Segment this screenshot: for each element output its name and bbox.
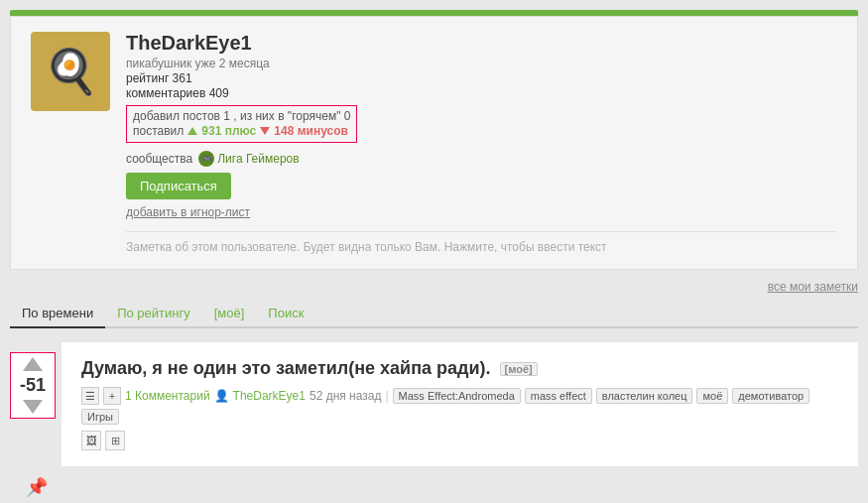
minus-count: 148 минусов: [274, 124, 348, 138]
tag-vlastelin[interactable]: властелин колец: [596, 388, 693, 404]
rating-label: рейтинг: [126, 71, 169, 85]
profile-info: TheDarkEye1 пикабушник уже 2 месяца рейт…: [126, 32, 837, 254]
tag-demotivator[interactable]: демотиватор: [732, 388, 809, 404]
tab-by-time[interactable]: По времени: [10, 300, 105, 328]
post-actions: 🖼 ⊞: [81, 431, 838, 450]
tag-mass-effect-andromeda[interactable]: Mass Effect:Andromeda: [393, 388, 521, 404]
post-card: Думаю, я не один это заметил(не хайпа ра…: [62, 342, 858, 466]
comments-link[interactable]: 1 Комментарий: [125, 389, 210, 403]
subscribe-button[interactable]: Подписаться: [126, 173, 231, 199]
time-ago: 52 дня назад: [310, 389, 382, 403]
post-title: Думаю, я не один это заметил(не хайпа ра…: [81, 358, 838, 379]
stats-line1: добавил постов 1 , из них в "горячем" 0: [133, 109, 350, 123]
stats-row-posts: добавил постов 1 , из них в "горячем" 0: [133, 109, 350, 123]
tab-moe[interactable]: [моё]: [202, 300, 257, 328]
tabs-row: По времени По рейтингу [моё] Поиск: [10, 300, 858, 328]
comments-label: комментариев: [126, 86, 205, 100]
bookmark-icon-btn[interactable]: ☰: [81, 387, 99, 405]
plus-icon-btn[interactable]: +: [103, 387, 121, 405]
stats-box: добавил постов 1 , из них в "горячем" 0 …: [126, 105, 357, 143]
ignore-link[interactable]: добавить в игнор-лист: [126, 205, 250, 219]
profile-comments: комментариев 409: [126, 86, 837, 100]
all-notes-link[interactable]: все мои заметки: [10, 280, 858, 294]
profile-username: TheDarkEye1: [126, 32, 837, 55]
author-link[interactable]: TheDarkEye1: [233, 389, 306, 403]
tag-mass-effect[interactable]: mass effect: [525, 388, 592, 404]
vote-widget: -51: [10, 352, 56, 419]
stats-row-votes: поставил 931 плюс 148 минусов: [133, 124, 350, 138]
page-wrapper: 🍳 TheDarkEye1 пикабушник уже 2 месяца ре…: [0, 0, 868, 503]
community-name: Лига Геймеров: [217, 152, 299, 166]
arrow-up-icon: [187, 127, 197, 135]
comments-value: 409: [209, 86, 229, 100]
action-image-btn[interactable]: 🖼: [81, 431, 101, 450]
communities-label: сообщества: [126, 152, 192, 166]
vote-score: -51: [20, 373, 46, 398]
communities-row: сообщества 🎮 Лига Геймеров: [126, 151, 837, 167]
bookmark-area: 📌: [26, 476, 858, 498]
avatar-icon: 🍳: [44, 50, 98, 93]
community-badge[interactable]: 🎮 Лига Геймеров: [198, 151, 299, 167]
meta-person-icon: 👤: [214, 389, 229, 403]
avatar: 🍳: [31, 32, 110, 111]
action-share-btn[interactable]: ⊞: [105, 431, 125, 450]
profile-subtitle: пикабушник уже 2 месяца: [126, 57, 837, 70]
community-icon: 🎮: [198, 151, 214, 167]
meta-sep1: |: [385, 389, 388, 403]
tag-moe[interactable]: моё: [696, 388, 728, 404]
post-meta: ☰ + 1 Комментарий 👤 TheDarkEye1 52 дня н…: [81, 387, 838, 425]
vote-up-button[interactable]: [23, 357, 43, 371]
stats-prefix: поставил: [133, 124, 184, 138]
tab-by-rating[interactable]: По рейтингу: [105, 300, 202, 328]
plus-count: 931 плюс: [201, 124, 256, 138]
note-text[interactable]: Заметка об этом пользователе. Будет видн…: [126, 231, 837, 254]
arrow-down-icon: [260, 127, 270, 135]
post-moe-tag: [моё]: [500, 362, 538, 376]
vote-down-button[interactable]: [23, 400, 43, 414]
subscribe-btn-wrap: Подписаться: [126, 167, 837, 199]
profile-rating: рейтинг 361: [126, 71, 837, 85]
bookmark-icon[interactable]: 📌: [26, 476, 48, 498]
rating-value: 361: [173, 71, 192, 85]
main-content-wrapper: -51 Думаю, я не один это заметил(не хайп…: [62, 342, 858, 466]
tag-games[interactable]: Игры: [81, 409, 119, 425]
tab-search[interactable]: Поиск: [256, 300, 315, 328]
profile-card: 🍳 TheDarkEye1 пикабушник уже 2 месяца ре…: [10, 16, 858, 270]
post-title-text[interactable]: Думаю, я не один это заметил(не хайпа ра…: [81, 358, 491, 378]
